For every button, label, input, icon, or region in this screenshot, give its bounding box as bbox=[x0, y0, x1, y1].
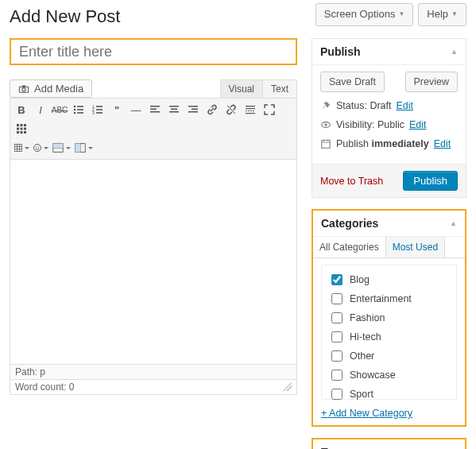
svg-rect-14 bbox=[96, 112, 103, 114]
save-draft-button[interactable]: Save Draft bbox=[320, 72, 385, 92]
strikethrough-icon[interactable]: ABC bbox=[52, 102, 68, 118]
svg-point-7 bbox=[74, 112, 76, 114]
category-item[interactable]: Other bbox=[328, 346, 450, 366]
pushpin-icon bbox=[320, 100, 331, 111]
align-center-icon[interactable] bbox=[166, 102, 182, 118]
svg-rect-33 bbox=[21, 128, 23, 130]
editor-tab-text[interactable]: Text bbox=[263, 79, 297, 98]
add-new-category-link[interactable]: + Add New Category bbox=[321, 408, 412, 419]
svg-rect-31 bbox=[24, 124, 26, 126]
category-checkbox[interactable] bbox=[331, 331, 342, 343]
svg-rect-20 bbox=[169, 111, 179, 113]
caret-down-icon: ▼ bbox=[451, 10, 458, 20]
category-item[interactable]: Hi-tech bbox=[328, 327, 450, 346]
svg-rect-37 bbox=[24, 131, 26, 134]
move-to-trash-link[interactable]: Move to Trash bbox=[320, 176, 383, 187]
add-media-button[interactable]: Add Media bbox=[10, 79, 92, 98]
screen-options-label: Screen Options bbox=[324, 6, 396, 23]
publish-box: Publish▲ Save Draft Preview Status: Draf… bbox=[312, 38, 466, 198]
svg-point-45 bbox=[38, 146, 39, 147]
svg-rect-4 bbox=[77, 106, 83, 107]
svg-rect-25 bbox=[246, 106, 255, 106]
svg-point-5 bbox=[74, 109, 76, 111]
svg-rect-30 bbox=[21, 124, 23, 126]
blockquote-icon[interactable]: " bbox=[109, 102, 125, 118]
edit-schedule-link[interactable]: Edit bbox=[434, 138, 451, 149]
caret-down-icon: ▼ bbox=[398, 10, 404, 20]
fullscreen-icon[interactable] bbox=[261, 102, 277, 118]
rownav-icon[interactable] bbox=[52, 140, 71, 156]
svg-rect-32 bbox=[17, 128, 19, 130]
svg-point-1 bbox=[22, 87, 25, 91]
preview-button[interactable]: Preview bbox=[405, 72, 458, 92]
category-label: Sport bbox=[350, 389, 373, 400]
toolbar-toggle-icon[interactable] bbox=[14, 121, 29, 137]
svg-rect-19 bbox=[171, 109, 177, 110]
svg-point-44 bbox=[36, 146, 37, 147]
align-left-icon[interactable] bbox=[147, 102, 163, 118]
table-icon[interactable] bbox=[14, 140, 29, 156]
category-label: Blog bbox=[350, 274, 370, 285]
collapse-icon[interactable]: ▲ bbox=[450, 219, 457, 227]
svg-rect-17 bbox=[150, 111, 160, 113]
edit-status-link[interactable]: Edit bbox=[397, 100, 414, 111]
categories-tab-all[interactable]: All Categories bbox=[313, 237, 386, 257]
edit-visibility-link[interactable]: Edit bbox=[409, 119, 427, 130]
add-media-label: Add Media bbox=[34, 83, 83, 95]
resize-grip-icon[interactable] bbox=[282, 381, 292, 391]
screen-options-button[interactable]: Screen Options ▼ bbox=[315, 3, 414, 26]
svg-rect-10 bbox=[96, 106, 103, 107]
bullet-list-icon[interactable] bbox=[71, 102, 87, 118]
svg-rect-48 bbox=[53, 144, 63, 148]
svg-point-43 bbox=[34, 145, 41, 152]
numbered-list-icon[interactable]: 123 bbox=[90, 102, 106, 118]
publish-button[interactable]: Publish bbox=[403, 171, 458, 191]
category-checkbox[interactable] bbox=[331, 370, 342, 381]
svg-rect-38 bbox=[15, 145, 22, 152]
category-item[interactable]: Showcase bbox=[328, 366, 450, 385]
svg-rect-26 bbox=[246, 108, 255, 109]
bold-icon[interactable]: B bbox=[14, 102, 29, 118]
svg-rect-6 bbox=[77, 109, 83, 110]
more-tag-icon[interactable] bbox=[242, 102, 258, 118]
svg-rect-2 bbox=[22, 85, 25, 87]
help-button[interactable]: Help ▼ bbox=[418, 3, 466, 26]
svg-rect-36 bbox=[21, 131, 23, 134]
word-count: Word count: 0 bbox=[15, 381, 75, 393]
align-right-icon[interactable] bbox=[185, 102, 201, 118]
category-checkbox[interactable] bbox=[331, 389, 342, 400]
editor-tab-visual[interactable]: Visual bbox=[220, 79, 263, 98]
svg-rect-16 bbox=[150, 109, 157, 110]
category-label: Hi-tech bbox=[350, 331, 381, 343]
colnav-icon[interactable] bbox=[74, 140, 93, 156]
category-item[interactable]: Blog bbox=[328, 270, 450, 289]
unlink-icon[interactable] bbox=[223, 102, 239, 118]
emoticons-icon[interactable] bbox=[33, 140, 48, 156]
category-item[interactable]: Fashion bbox=[328, 308, 450, 327]
svg-text:3: 3 bbox=[92, 110, 95, 115]
editor-canvas[interactable] bbox=[10, 160, 297, 365]
category-checkbox[interactable] bbox=[331, 312, 342, 323]
svg-rect-12 bbox=[96, 109, 103, 110]
post-title-input[interactable] bbox=[10, 38, 297, 65]
categories-box: Categories▲ All Categories Most Used Blo… bbox=[312, 209, 466, 427]
svg-rect-23 bbox=[188, 111, 198, 113]
category-checkbox[interactable] bbox=[331, 293, 342, 304]
svg-rect-21 bbox=[188, 106, 198, 107]
camera-icon bbox=[18, 83, 29, 95]
tags-box: Tags▲ Add bbox=[312, 438, 466, 449]
italic-icon[interactable]: I bbox=[33, 102, 48, 118]
link-icon[interactable] bbox=[204, 102, 220, 118]
category-label: Other bbox=[350, 350, 374, 362]
category-checkbox[interactable] bbox=[331, 350, 342, 362]
svg-rect-51 bbox=[75, 144, 80, 153]
category-item[interactable]: Entertainment bbox=[328, 289, 450, 308]
categories-tab-mostused[interactable]: Most Used bbox=[386, 237, 445, 257]
help-label: Help bbox=[427, 6, 448, 23]
hr-icon[interactable]: — bbox=[128, 102, 144, 118]
category-checkbox[interactable] bbox=[331, 274, 342, 285]
svg-point-3 bbox=[74, 106, 76, 108]
categories-heading: Categories bbox=[321, 217, 378, 230]
category-item[interactable]: Sport bbox=[328, 385, 450, 404]
collapse-icon[interactable]: ▲ bbox=[451, 48, 458, 56]
